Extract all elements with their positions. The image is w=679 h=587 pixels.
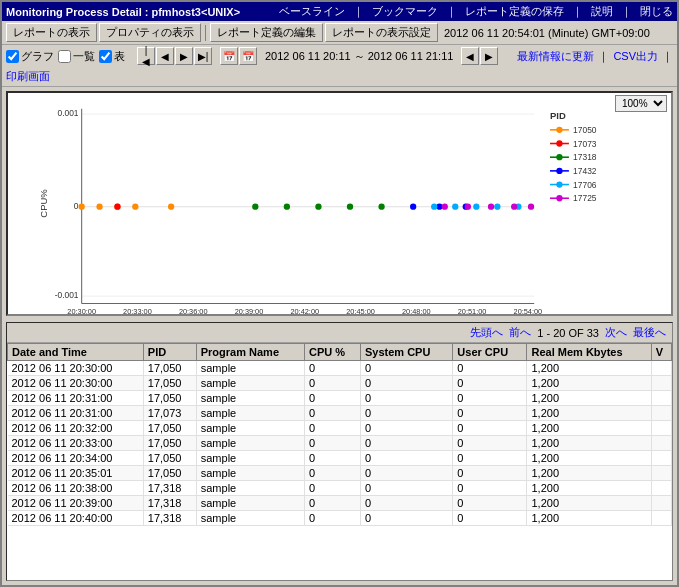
table-row: 2012 06 11 20:31:0017,050sample0001,200 (8, 391, 672, 406)
table-cell: 2012 06 11 20:38:00 (8, 481, 144, 496)
nav-prev[interactable]: ◀ (156, 47, 174, 65)
tab-report-view[interactable]: レポートの表示 (6, 23, 97, 42)
table-cell: 0 (360, 361, 452, 376)
btn-print[interactable]: 印刷画面 (6, 69, 50, 84)
table-cell: 0 (360, 436, 452, 451)
table-cell: 0 (360, 391, 452, 406)
check-graph-label[interactable]: グラフ (6, 49, 54, 64)
table-cell: 0 (305, 451, 361, 466)
table-cell: 0 (453, 451, 527, 466)
table-cell: sample (196, 481, 304, 496)
zoom-out[interactable]: ◀ (461, 47, 479, 65)
table-cell: 2012 06 11 20:31:00 (8, 406, 144, 421)
check-table-label[interactable]: 表 (99, 49, 125, 64)
table-cell: 1,200 (527, 376, 651, 391)
btn-refresh[interactable]: 最新情報に更新 (517, 49, 594, 64)
table-container: 先頭へ 前へ 1 - 20 OF 33 次へ 最後へ Date and Time… (6, 322, 673, 581)
col-cpu: CPU % (305, 344, 361, 361)
table-nav-next[interactable]: 次へ (605, 325, 627, 340)
table-cell: 0 (360, 376, 452, 391)
table-cell: 0 (305, 376, 361, 391)
svg-text:20:48:00: 20:48:00 (402, 307, 431, 314)
svg-text:-0.001: -0.001 (55, 290, 79, 300)
table-cell: 0 (453, 496, 527, 511)
table-cell (651, 466, 671, 481)
table-nav-first[interactable]: 先頭へ (470, 325, 503, 340)
table-cell: 0 (305, 496, 361, 511)
svg-text:PID: PID (550, 110, 566, 121)
pid-17432-pt1 (410, 204, 416, 210)
table-cell: 1,200 (527, 496, 651, 511)
nav-controls: |◀ ◀ ▶ ▶| (137, 47, 212, 65)
nav-help[interactable]: 説明 (591, 4, 613, 19)
svg-point-25 (556, 154, 562, 160)
svg-text:20:30:00: 20:30:00 (67, 307, 96, 314)
svg-text:20:45:00: 20:45:00 (346, 307, 375, 314)
svg-point-28 (556, 168, 562, 174)
cal-icon2[interactable]: 📅 (239, 47, 257, 65)
pid-17318-pt4 (347, 204, 353, 210)
table-cell: 0 (453, 391, 527, 406)
data-table: Date and Time PID Program Name CPU % Sys… (7, 343, 672, 526)
table-cell: 0 (453, 466, 527, 481)
table-cell: 2012 06 11 20:30:00 (8, 376, 144, 391)
calendar-controls: 📅 📅 (220, 47, 257, 65)
table-row: 2012 06 11 20:31:0017,073sample0001,200 (8, 406, 672, 421)
zoom-control: 100% 75% 50% (615, 95, 667, 112)
table-nav-range: 1 - 20 OF 33 (537, 327, 599, 339)
check-graph[interactable] (6, 50, 19, 63)
table-nav-last[interactable]: 最後へ (633, 325, 666, 340)
btn-csv[interactable]: CSV出力 (613, 49, 658, 64)
pid-17725-pt3 (488, 204, 494, 210)
zoom-in[interactable]: ▶ (480, 47, 498, 65)
table-cell: sample (196, 511, 304, 526)
svg-text:20:42:00: 20:42:00 (290, 307, 319, 314)
nav-last[interactable]: ▶| (194, 47, 212, 65)
pid-17073-pt1 (114, 204, 120, 210)
table-cell: sample (196, 421, 304, 436)
tab-property-view[interactable]: プロパティの表示 (99, 23, 201, 42)
svg-point-22 (556, 140, 562, 146)
svg-text:17432: 17432 (573, 166, 597, 176)
table-cell: 17,050 (143, 436, 196, 451)
table-row: 2012 06 11 20:34:0017,050sample0001,200 (8, 451, 672, 466)
nav-next[interactable]: ▶ (175, 47, 193, 65)
check-list-label[interactable]: 一覧 (58, 49, 95, 64)
svg-text:20:33:00: 20:33:00 (123, 307, 152, 314)
table-cell: 17,050 (143, 391, 196, 406)
table-row: 2012 06 11 20:40:0017,318sample0001,200 (8, 511, 672, 526)
table-cell (651, 451, 671, 466)
table-cell: 2012 06 11 20:39:00 (8, 496, 144, 511)
table-cell (651, 421, 671, 436)
nav-close[interactable]: 閉じる (640, 4, 673, 19)
table-cell: 17,050 (143, 421, 196, 436)
zoom-select[interactable]: 100% 75% 50% (615, 95, 667, 112)
table-cell: sample (196, 496, 304, 511)
date-range: 2012 06 11 20:11 ～ 2012 06 11 21:11 (265, 49, 453, 64)
check-table[interactable] (99, 50, 112, 63)
svg-text:17073: 17073 (573, 139, 597, 149)
separator-1 (205, 25, 206, 41)
table-cell: sample (196, 451, 304, 466)
pid-17706-pt3 (473, 204, 479, 210)
table-nav-prev[interactable]: 前へ (509, 325, 531, 340)
table-row: 2012 06 11 20:32:0017,050sample0001,200 (8, 421, 672, 436)
nav-baseline[interactable]: ベースライン (279, 4, 345, 19)
pid-17050-pt1 (79, 204, 85, 210)
table-cell: 0 (305, 436, 361, 451)
table-scroll[interactable]: Date and Time PID Program Name CPU % Sys… (7, 343, 672, 580)
title-bar: Monitoring Process Detail : pfmhost3<UNI… (2, 2, 677, 21)
nav-save-report[interactable]: レポート定義の保存 (465, 4, 564, 19)
check-list[interactable] (58, 50, 71, 63)
btn-edit-report[interactable]: レポート定義の編集 (210, 23, 323, 42)
table-cell: sample (196, 361, 304, 376)
cal-icon[interactable]: 📅 (220, 47, 238, 65)
nav-first[interactable]: |◀ (137, 47, 155, 65)
table-cell: 17,318 (143, 481, 196, 496)
pid-17725-pt4 (511, 204, 517, 210)
table-cell: 0 (453, 376, 527, 391)
pid-17706-pt4 (494, 204, 500, 210)
btn-display-settings[interactable]: レポートの表示設定 (325, 23, 438, 42)
nav-bookmark[interactable]: ブックマーク (372, 4, 438, 19)
table-cell: 1,200 (527, 391, 651, 406)
